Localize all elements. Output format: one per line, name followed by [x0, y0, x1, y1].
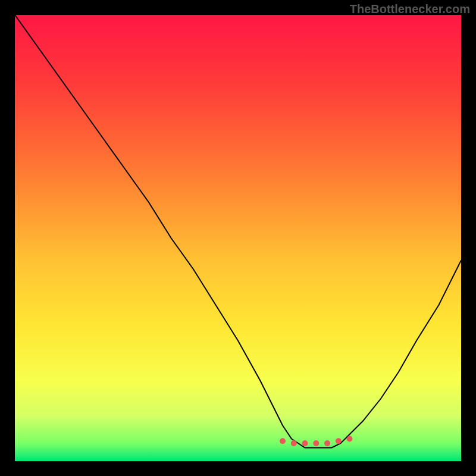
marker-dot: [336, 438, 342, 444]
marker-dot: [280, 438, 286, 444]
marker-dot: [302, 440, 308, 446]
marker-dot: [324, 440, 330, 446]
marker-dot: [291, 440, 297, 446]
chart-background: [15, 15, 461, 461]
bottleneck-chart: [15, 15, 461, 461]
marker-dot: [347, 436, 353, 442]
chart-container: TheBottlenecker.com: [0, 0, 476, 476]
marker-dot: [313, 440, 319, 446]
watermark-text: TheBottlenecker.com: [350, 2, 470, 16]
